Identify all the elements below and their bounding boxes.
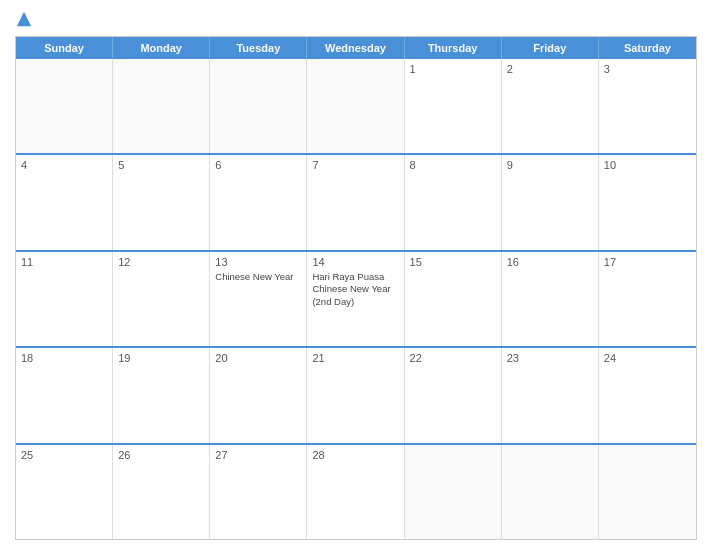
day-number: 13 [215, 256, 301, 268]
day-number: 17 [604, 256, 691, 268]
day-cell: 3 [599, 59, 696, 153]
day-number: 16 [507, 256, 593, 268]
event-text: Chinese New Year (2nd Day) [312, 283, 398, 308]
day-number: 15 [410, 256, 496, 268]
day-number: 3 [604, 63, 691, 75]
day-header-saturday: Saturday [599, 37, 696, 59]
day-header-sunday: Sunday [16, 37, 113, 59]
day-number: 22 [410, 352, 496, 364]
day-cell: 15 [405, 252, 502, 346]
svg-marker-0 [17, 12, 31, 26]
calendar-header [15, 10, 697, 28]
logo [15, 10, 37, 28]
day-cell: 27 [210, 445, 307, 539]
day-cell: 26 [113, 445, 210, 539]
week-row-2: 111213Chinese New Year14Hari Raya PuasaC… [16, 252, 696, 348]
week-row-0: 123 [16, 59, 696, 155]
calendar-page: SundayMondayTuesdayWednesdayThursdayFrid… [0, 0, 712, 550]
day-cell [599, 445, 696, 539]
day-number: 1 [410, 63, 496, 75]
day-cell: 1 [405, 59, 502, 153]
day-cell: 6 [210, 155, 307, 249]
day-cell: 2 [502, 59, 599, 153]
day-number: 9 [507, 159, 593, 171]
day-cell: 16 [502, 252, 599, 346]
day-cell [502, 445, 599, 539]
day-cell [405, 445, 502, 539]
day-cell: 23 [502, 348, 599, 442]
day-number: 18 [21, 352, 107, 364]
day-number: 7 [312, 159, 398, 171]
event-text: Chinese New Year [215, 271, 301, 283]
day-cell [16, 59, 113, 153]
week-row-4: 25262728 [16, 445, 696, 539]
day-number: 28 [312, 449, 398, 461]
day-number: 14 [312, 256, 398, 268]
day-number: 11 [21, 256, 107, 268]
day-cell: 19 [113, 348, 210, 442]
day-header-tuesday: Tuesday [210, 37, 307, 59]
day-cell: 10 [599, 155, 696, 249]
day-cell: 14Hari Raya PuasaChinese New Year (2nd D… [307, 252, 404, 346]
day-cell: 28 [307, 445, 404, 539]
day-cell: 22 [405, 348, 502, 442]
day-cell [307, 59, 404, 153]
week-row-3: 18192021222324 [16, 348, 696, 444]
day-number: 26 [118, 449, 204, 461]
day-cell: 9 [502, 155, 599, 249]
calendar-grid: SundayMondayTuesdayWednesdayThursdayFrid… [15, 36, 697, 540]
day-cell: 13Chinese New Year [210, 252, 307, 346]
day-number: 5 [118, 159, 204, 171]
day-number: 23 [507, 352, 593, 364]
day-number: 2 [507, 63, 593, 75]
day-number: 6 [215, 159, 301, 171]
day-number: 27 [215, 449, 301, 461]
day-cell: 4 [16, 155, 113, 249]
day-number: 25 [21, 449, 107, 461]
calendar-body: 12345678910111213Chinese New Year14Hari … [16, 59, 696, 539]
day-header-monday: Monday [113, 37, 210, 59]
day-header-wednesday: Wednesday [307, 37, 404, 59]
day-number: 4 [21, 159, 107, 171]
day-cell [210, 59, 307, 153]
day-number: 21 [312, 352, 398, 364]
day-header-friday: Friday [502, 37, 599, 59]
day-cell: 8 [405, 155, 502, 249]
days-header-row: SundayMondayTuesdayWednesdayThursdayFrid… [16, 37, 696, 59]
day-number: 24 [604, 352, 691, 364]
day-number: 12 [118, 256, 204, 268]
day-cell: 20 [210, 348, 307, 442]
day-cell: 25 [16, 445, 113, 539]
day-cell: 24 [599, 348, 696, 442]
day-number: 8 [410, 159, 496, 171]
event-text: Hari Raya Puasa [312, 271, 398, 283]
day-number: 19 [118, 352, 204, 364]
logo-icon [15, 10, 33, 28]
day-cell: 11 [16, 252, 113, 346]
day-number: 20 [215, 352, 301, 364]
day-header-thursday: Thursday [405, 37, 502, 59]
day-cell: 18 [16, 348, 113, 442]
day-cell: 7 [307, 155, 404, 249]
day-cell: 21 [307, 348, 404, 442]
day-number: 10 [604, 159, 691, 171]
day-cell: 5 [113, 155, 210, 249]
week-row-1: 45678910 [16, 155, 696, 251]
day-cell: 17 [599, 252, 696, 346]
day-cell: 12 [113, 252, 210, 346]
day-cell [113, 59, 210, 153]
